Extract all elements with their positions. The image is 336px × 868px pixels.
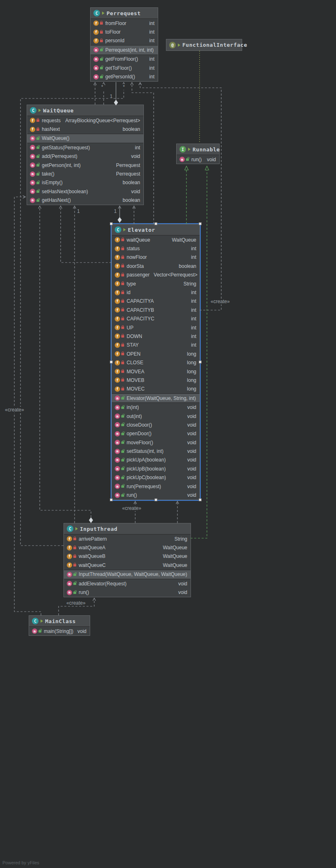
field-row[interactable]: fOPENlong [112, 349, 200, 358]
field-icon: f [93, 38, 99, 43]
field-row[interactable]: fMOVEClong [112, 385, 200, 393]
class-header[interactable]: C MainClass [29, 616, 90, 627]
edge-label-create: «create» [4, 407, 25, 413]
method-row[interactable]: mgetPerson(int, int)Perrequest [27, 161, 143, 169]
field-row[interactable]: fstatusint [112, 244, 200, 253]
method-row[interactable]: mgetPersonId()int [91, 72, 158, 81]
method-row[interactable]: mmain(String[])void [29, 627, 90, 635]
method-row[interactable]: min(int)void [112, 403, 200, 411]
member-type: long [183, 351, 196, 357]
field-icon: f [30, 118, 35, 123]
field-row[interactable]: fhasNextboolean [27, 125, 143, 133]
member-type: int [187, 307, 196, 313]
class-header[interactable]: C WaitQueue [27, 105, 143, 116]
method-row[interactable]: mpickUpA(boolean)void [112, 456, 200, 464]
selection-handle[interactable] [110, 361, 113, 363]
class-header[interactable]: I Runnable [177, 144, 219, 155]
method-row[interactable]: mgetStatus(Perrequest)int [27, 143, 143, 152]
field-row[interactable]: fSTAYint [112, 341, 200, 349]
member-type: long [183, 369, 196, 375]
ctor-row[interactable]: mElevator(WaitQueue, String, int) [112, 394, 200, 402]
field-row[interactable]: fCAPACITYAint [112, 297, 200, 306]
field-row[interactable]: fwaitQueueAWaitQueue [64, 543, 191, 552]
member-name: run(Perrequest) [127, 484, 161, 489]
field-row[interactable]: fMOVEBlong [112, 376, 200, 384]
field-row[interactable]: fMOVEAlong [112, 367, 200, 376]
ctor-row[interactable]: mWaitQueue() [27, 134, 143, 143]
class-node-mainclass[interactable]: C MainClass mmain(String[])void [29, 615, 90, 636]
member-name: type [127, 281, 136, 287]
field-row[interactable]: fUPint [112, 323, 200, 332]
method-row[interactable]: mopenDoor()void [112, 429, 200, 438]
field-row[interactable]: fpassengerVector<Perrequest> [112, 271, 200, 279]
method-row[interactable]: mcloseDoor()void [112, 420, 200, 429]
method-row[interactable]: mrun()void [177, 155, 219, 164]
class-title: MainClass [45, 618, 76, 624]
member-name: moveFloor() [127, 440, 153, 445]
field-row[interactable]: fCLOSElong [112, 358, 200, 367]
field-row[interactable]: ftypeString [112, 279, 200, 288]
selection-handle[interactable] [199, 361, 202, 363]
ctor-row[interactable]: mPerrequest(int, int, int) [91, 46, 158, 54]
field-row[interactable]: ffromFloorint [91, 19, 158, 27]
method-row[interactable]: mtake()Perrequest [27, 169, 143, 178]
field-row[interactable]: fwaitQueueBWaitQueue [64, 552, 191, 561]
field-row[interactable]: fpersonIdint [91, 37, 158, 45]
method-row[interactable]: mrun()void [64, 588, 191, 596]
method-row[interactable]: mgetHasNext()boolean [27, 196, 143, 205]
field-row[interactable]: fidint [112, 288, 200, 297]
field-row[interactable]: fDOWNint [112, 332, 200, 340]
selection-handle[interactable] [154, 222, 157, 225]
method-row[interactable]: mpickUpB(boolean)void [112, 464, 200, 473]
method-row[interactable]: maddElevator(Request)void [64, 579, 191, 588]
member-type: boolean [175, 263, 196, 269]
ctor-row[interactable]: mInputThread(WaitQueue, WaitQueue, WaitQ… [64, 570, 191, 579]
field-row[interactable]: farrivePatternString [64, 535, 191, 543]
method-row[interactable]: mout(int)void [112, 412, 200, 420]
annotation-node-functionalinterface[interactable]: @ FunctionalInterface [166, 39, 242, 51]
method-row[interactable]: mmoveFloor()void [112, 438, 200, 447]
selection-handle[interactable] [199, 498, 202, 501]
member-type: Vector<Perrequest> [150, 272, 198, 278]
selection-handle[interactable] [154, 498, 157, 501]
private-lock-icon [121, 274, 124, 276]
class-header[interactable]: C Perrequest [91, 8, 158, 19]
uml-diagram-canvas[interactable]: «create» «create» «create» «create» * * … [0, 0, 336, 868]
field-row[interactable]: fdoorStaboolean [112, 262, 200, 270]
class-node-waitqueue[interactable]: C WaitQueue frequestsArrayBlockingQueue<… [27, 105, 144, 205]
member-name: getFromFloor() [105, 56, 138, 62]
field-row[interactable]: fCAPACITYBint [112, 306, 200, 314]
selection-handle[interactable] [199, 222, 202, 225]
class-node-elevator[interactable]: C Elevator fwaitQueueWaitQueuefstatusint… [111, 224, 200, 500]
class-title: FunctionalInterface [182, 42, 247, 48]
field-row[interactable]: ftoFloorint [91, 27, 158, 36]
method-row[interactable]: msetHasNext(boolean)void [27, 187, 143, 196]
interface-node-runnable[interactable]: I Runnable mrun()void [176, 144, 220, 164]
method-row[interactable]: mrun(Perrequest)void [112, 482, 200, 491]
private-lock-icon [121, 327, 124, 329]
field-row[interactable]: fwaitQueueCWaitQueue [64, 561, 191, 569]
class-node-perrequest[interactable]: C Perrequest ffromFloorintftoFloorintfpe… [90, 7, 158, 82]
field-row[interactable]: frequestsArrayBlockingQueue<Perrequest> [27, 116, 143, 125]
field-row[interactable]: fwaitQueueWaitQueue [112, 235, 200, 244]
class-header[interactable]: C Elevator [112, 224, 200, 235]
selection-handle[interactable] [110, 222, 113, 225]
method-icon: m [30, 171, 35, 177]
method-row[interactable]: mpickUpC(boolean)void [112, 473, 200, 482]
method-row[interactable]: mgetFromFloor()int [91, 55, 158, 64]
private-lock-icon [100, 22, 103, 25]
selection-handle[interactable] [110, 498, 113, 501]
class-header[interactable]: C InputThread [64, 523, 191, 535]
field-icon: f [115, 290, 120, 295]
field-row[interactable]: fnowFloorint [112, 253, 200, 262]
method-row[interactable]: madd(Perrequest)void [27, 152, 143, 161]
class-node-inputthread[interactable]: C InputThread farrivePatternStringfwaitQ… [64, 523, 191, 597]
member-name: openDoor() [127, 431, 152, 436]
field-row[interactable]: fCAPACITYCint [112, 315, 200, 323]
method-row[interactable]: mgetToFloor()int [91, 64, 158, 72]
field-icon: f [115, 255, 120, 260]
method-row[interactable]: misEmpty()boolean [27, 178, 143, 187]
method-row[interactable]: msetStatus(int, int)void [112, 447, 200, 455]
class-header[interactable]: @ FunctionalInterface [166, 39, 242, 50]
method-icon: m [115, 466, 120, 471]
